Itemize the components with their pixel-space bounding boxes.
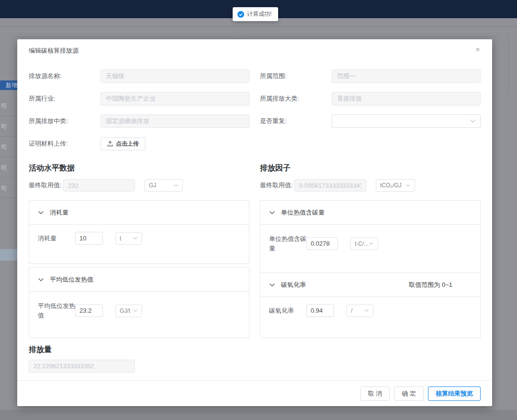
field-industry: 所属行业: [29,92,249,105]
consumption-row-label: 消耗量 [38,234,75,243]
preview-result-button[interactable]: 核算结果预览 [428,386,481,401]
oxidation-range-note: 取值范围为 0~1 [409,281,472,289]
oxidation-input[interactable] [306,304,334,317]
emission-amount-input[interactable] [29,360,135,373]
chevron-down-icon [173,184,179,187]
table-row: 司 [0,137,17,157]
calorific-panel: 平均低位发热值 平均低位发热值 GJ/t [29,267,249,338]
upload-label: 证明材料上传: [29,139,101,148]
field-emission-mid: 所属排放中类: [29,114,249,128]
consumption-panel-header[interactable]: 消耗量 [29,201,249,225]
chevron-down-icon [369,242,374,245]
edit-emission-source-dialog: 编辑碳核算排放源 × 排放源名称: 所属范围: 所属行业: 所属排放大类: [17,39,492,406]
factor-final-input[interactable] [294,179,366,192]
upload-button-label: 点击上传 [116,140,139,148]
toast-message: 计算成功! [247,10,271,18]
factor-section-title: 排放因子 [260,163,481,173]
oxidation-panel-header[interactable]: 碳氧化率 取值范围为 0~1 [260,273,480,297]
collapse-chevron-icon [38,211,44,215]
chevron-down-icon [133,309,138,312]
oxidation-panel-title: 碳氧化率 [281,281,306,289]
scope-label: 所属范围: [260,72,332,80]
emission-major-label: 所属排放大类: [260,94,332,103]
data-sections: 活动水平数据 最终取用值: GJ [29,163,481,338]
consumption-panel: 消耗量 消耗量 t [29,200,249,264]
oxidation-unit-value: / [351,307,352,314]
emission-mid-input[interactable] [101,114,249,128]
table-row-selected [0,249,17,261]
consumption-row: 消耗量 t [38,232,240,245]
field-upload: 证明材料上传: 点击上传 [29,137,249,150]
cancel-button[interactable]: 取 消 [360,386,390,401]
industry-input[interactable] [101,92,249,105]
scope-input[interactable] [332,69,481,83]
table-row: 司 [0,116,17,136]
field-emission-major: 所属排放大类: [260,92,481,105]
field-source-name: 排放源名称: [29,69,249,83]
calorific-row: 平均低位发热值 GJ/t [38,301,240,320]
carbon-content-panel-header[interactable]: 单位热值含碳量 [260,201,480,225]
upload-icon [107,141,113,147]
factor-unit-value: tCO₂/GJ [380,182,402,189]
calorific-panel-header[interactable]: 平均低位发热值 [29,268,249,292]
emission-major-input[interactable] [332,92,481,105]
oxidation-unit-select[interactable]: / [347,305,373,317]
success-check-icon [237,11,244,18]
carbon-content-row: 单位热值含碳量 t-C/... [269,234,472,253]
collapse-chevron-icon [269,283,275,287]
oxidation-panel-body: 碳氧化率 / [260,297,480,324]
consumption-unit-select[interactable]: t [115,232,142,245]
factor-final-label: 最终取用值: [260,181,294,190]
consumption-input[interactable] [75,232,103,245]
toast-success: 计算成功! [233,7,278,21]
source-name-label: 排放源名称: [29,72,101,80]
carbon-content-panel-title: 单位热值含碳量 [281,208,325,217]
duplicate-select[interactable] [332,114,481,128]
consumption-unit-value: t [120,235,121,242]
activity-final-label: 最终取用值: [29,181,63,190]
chevron-down-icon [470,119,476,123]
oxidation-row-label: 碳氧化率 [269,306,306,316]
calorific-input[interactable] [75,304,103,317]
carbon-content-input[interactable] [306,237,338,250]
carbon-content-unit-select[interactable]: t-C/... [350,238,378,250]
background-footer [0,410,517,420]
calorific-panel-body: 平均低位发热值 GJ/t [29,292,249,327]
background-table-edge [508,36,509,94]
oxidation-row: 碳氧化率 / [269,304,472,317]
activity-unit-select[interactable]: GJ [145,179,183,192]
dialog-body: 排放源名称: 所属范围: 所属行业: 所属排放大类: 所属排放中类: 是否重复: [17,60,492,375]
industry-label: 所属行业: [29,94,101,103]
calorific-row-label: 平均低位发热值 [38,301,75,320]
consumption-panel-title: 消耗量 [50,208,68,217]
dialog-footer: 取 消 确 定 核算结果预览 [17,380,492,406]
dialog-title: 编辑碳核算排放源 [29,47,79,54]
collapse-chevron-icon [269,211,275,215]
calorific-panel-title: 平均低位发热值 [50,275,93,284]
collapse-chevron-icon [38,278,44,282]
table-row: 司 [0,96,17,116]
consumption-panel-body: 消耗量 t [29,225,249,252]
calorific-unit-select[interactable]: GJ/t [115,305,142,317]
background-card-edge [14,36,232,37]
activity-section: 活动水平数据 最终取用值: GJ [29,163,249,338]
source-name-input[interactable] [101,69,249,83]
dialog-header: 编辑碳核算排放源 × [17,39,492,60]
field-duplicate: 是否重复: [260,114,481,128]
field-scope: 所属范围: [260,69,481,83]
calorific-unit-value: GJ/t [120,307,130,314]
upload-button[interactable]: 点击上传 [101,137,146,150]
factor-section: 排放因子 最终取用值: tCO₂/GJ [260,163,481,338]
activity-unit-value: GJ [149,182,156,189]
activity-final-input[interactable] [63,179,135,192]
emission-mid-label: 所属排放中类: [29,117,101,125]
chevron-down-icon [364,309,369,312]
close-icon[interactable]: × [473,45,483,55]
chevron-down-icon [405,184,411,187]
duplicate-label: 是否重复: [260,117,332,125]
oxidation-panel: 碳氧化率 取值范围为 0~1 碳氧化率 / [260,273,481,338]
table-row: 司 [0,158,17,178]
factor-unit-select[interactable]: tCO₂/GJ [376,179,415,192]
carbon-content-panel: 单位热值含碳量 单位热值含碳量 t-C/... [260,200,481,273]
confirm-button[interactable]: 确 定 [394,386,424,401]
